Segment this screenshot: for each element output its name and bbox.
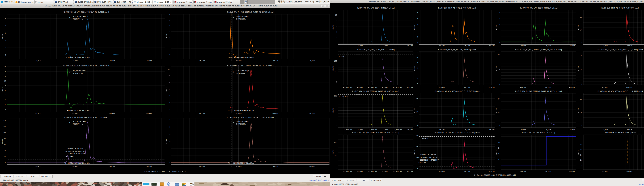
svg-text:counts: counts: [414, 25, 415, 30]
svg-text:0.0305788 Hz: 0.0305788 Hz: [236, 73, 246, 74]
svg-text:H1:SUS-SRM_M1_WD_OSEMAC_RMSLP_: H1:SUS-SRM_M1_WD_OSEMAC_RMSLP_T2_OUT16 […: [227, 11, 274, 13]
svg-text:-4h,43m: -4h,43m: [382, 45, 388, 47]
svg-text:14: 14: [168, 14, 170, 15]
svg-text:100: 100: [580, 112, 582, 113]
svg-text:120: 120: [168, 68, 170, 70]
svg-text:100: 100: [4, 132, 6, 134]
svg-text:counts: counts: [332, 108, 334, 113]
svg-text:counts: counts: [578, 25, 579, 30]
svg-text:20: 20: [168, 102, 170, 103]
svg-text:H1:SUS-SRM_M3_WD_OSEMAC_RMSLP_: H1:SUS-SRM_M3_WD_OSEMAC_RMSLP_UR_OUT16 […: [352, 132, 399, 134]
svg-text:-4h,44m: -4h,44m: [439, 171, 444, 172]
svg-text:1.4: 1.4: [498, 153, 500, 155]
svg-text:6: 6: [170, 119, 170, 121]
svg-text:0.0305788 Hz: 0.0305788 Hz: [236, 18, 246, 20]
svg-text:4: 4: [418, 30, 418, 32]
svg-text:200: 200: [334, 95, 337, 97]
svg-text:0: 0: [170, 53, 170, 55]
svg-text:counts: counts: [578, 108, 579, 113]
svg-text:-4h,42m: -4h,42m: [407, 129, 413, 131]
svg-text:-4h,41m: -4h,41m: [199, 60, 205, 62]
svg-text:0: 0: [582, 83, 582, 85]
svg-text:1.6: 1.6: [580, 149, 582, 151]
svg-text:counts: counts: [1, 139, 3, 144]
svg-text:-4h,40m: -4h,40m: [72, 60, 78, 62]
svg-text:10: 10: [335, 14, 337, 16]
svg-text:4: 4: [336, 31, 337, 33]
svg-text:-4h,43m: -4h,43m: [464, 86, 470, 88]
svg-text:-4h,43m,30s: -4h,43m,30s: [368, 129, 377, 131]
svg-text:0: 0: [500, 83, 500, 85]
svg-text:0: 0: [336, 43, 337, 44]
svg-text:H1:IOP-SUS_SRM_WD_OSEM4_RMSOUT: H1:IOP-SUS_SRM_WD_OSEM4_RMSOUT [s-trend]: [601, 7, 639, 9]
svg-text:2: 2: [170, 148, 170, 149]
svg-text:200: 200: [580, 99, 582, 101]
svg-text:-4h,43m: -4h,43m: [626, 86, 632, 88]
svg-text:ΔT=: ΔT=: [233, 17, 236, 18]
svg-text:0.0305788 Hz: 0.0305788 Hz: [236, 123, 246, 125]
svg-text:2: 2: [336, 37, 337, 39]
svg-text:counts: counts: [1, 34, 3, 39]
svg-text:4: 4: [5, 25, 6, 27]
svg-text:Y1=208.426: Y1=208.426: [339, 96, 348, 98]
svg-text:-4h,39m: -4h,39m: [272, 60, 278, 62]
svg-text:-4h,40m: -4h,40m: [236, 113, 242, 115]
svg-text:counts: counts: [1, 87, 3, 91]
svg-text:counts: counts: [414, 66, 415, 71]
svg-text:-4h,43m: -4h,43m: [382, 171, 388, 172]
svg-text:0: 0: [500, 124, 500, 126]
svg-text:-4h,44m: -4h,44m: [602, 129, 608, 131]
svg-text:ΔT=: ΔT=: [233, 122, 236, 123]
svg-text:8: 8: [500, 18, 500, 20]
svg-text:counts: counts: [496, 25, 497, 30]
svg-text:-4h,44m: -4h,44m: [602, 171, 608, 172]
svg-text:200: 200: [416, 146, 418, 147]
svg-text:6: 6: [5, 89, 6, 91]
svg-text:1.8: 1.8: [580, 143, 582, 145]
svg-text:200: 200: [580, 54, 582, 56]
svg-text:8: 8: [5, 85, 6, 86]
svg-text:14: 14: [4, 71, 6, 72]
svg-text:-2: -2: [5, 108, 6, 110]
svg-text:2025/09/28 04:47:38 PDT: 2025/09/28 04:47:38 PDT: [420, 159, 439, 161]
svg-text:2: 2: [582, 138, 582, 140]
svg-text:-4h,40m: -4h,40m: [236, 165, 242, 167]
svg-text:-4h,42m: -4h,42m: [569, 45, 575, 47]
svg-text:6: 6: [500, 24, 500, 26]
svg-text:-4h,38m: -4h,38m: [309, 113, 315, 115]
svg-text:32s,702ms,364µs: 32s,702ms,364µs: [73, 70, 86, 72]
svg-text:6: 6: [418, 67, 418, 69]
svg-text:1: 1: [500, 164, 500, 166]
svg-text:2: 2: [500, 136, 500, 137]
svg-text:H1:IOP-SUS_SRM_WD_OSEM3_RMSOUT: H1:IOP-SUS_SRM_WD_OSEM3_RMSOUT [s-trend]: [520, 7, 558, 9]
svg-text:12: 12: [168, 19, 170, 21]
svg-text:H1:SUS-SRM_M1_WD_OSEMAC_RMSLP_: H1:SUS-SRM_M1_WD_OSEMAC_RMSLP_T1_OUT16 […: [63, 11, 109, 13]
svg-text:-4h,44m: -4h,44m: [439, 45, 444, 47]
svg-text:1: 1: [582, 164, 582, 166]
svg-text:1.2: 1.2: [498, 159, 500, 160]
svg-text:counts: counts: [496, 66, 497, 71]
svg-text:-4h,43m: -4h,43m: [545, 129, 551, 131]
svg-text:2: 2: [170, 48, 170, 50]
svg-text:-4h,43m: -4h,43m: [545, 171, 551, 172]
svg-text:10: 10: [416, 12, 418, 14]
svg-text:0: 0: [336, 124, 337, 126]
svg-text:ΔT=: ΔT=: [69, 71, 72, 73]
svg-text:-4h,44m: -4h,44m: [520, 171, 526, 172]
svg-text:-4h,42m: -4h,42m: [569, 86, 575, 88]
svg-text:H1:SUS-SRM_M2_WD_OSEMAC_RMSLP_: H1:SUS-SRM_M2_WD_OSEMAC_RMSLP_UR_OUT16 […: [352, 90, 399, 92]
svg-text:-4h,44m: -4h,44m: [520, 129, 526, 131]
svg-text:-4h,43m: -4h,43m: [545, 45, 551, 47]
svg-text:100: 100: [334, 154, 337, 156]
svg-text:H1:SUS-SRM_M3_WDMON_STATE [s-t: H1:SUS-SRM_M3_WDMON_STATE [s-trend]: [604, 132, 636, 134]
svg-text:-4h,38m: -4h,38m: [146, 60, 152, 62]
svg-text:>_: >_: [175, 2, 176, 3]
svg-text:16: 16: [4, 66, 6, 68]
svg-text:10: 10: [4, 80, 6, 82]
svg-text:2: 2: [500, 36, 500, 38]
svg-text:-4h,42m: -4h,42m: [489, 86, 494, 88]
svg-text:-4h,41m: -4h,41m: [35, 165, 41, 167]
svg-text:-4h,41m: -4h,41m: [199, 113, 205, 115]
svg-text:-4h,44m: -4h,44m: [602, 86, 608, 88]
svg-text:200: 200: [580, 17, 582, 19]
